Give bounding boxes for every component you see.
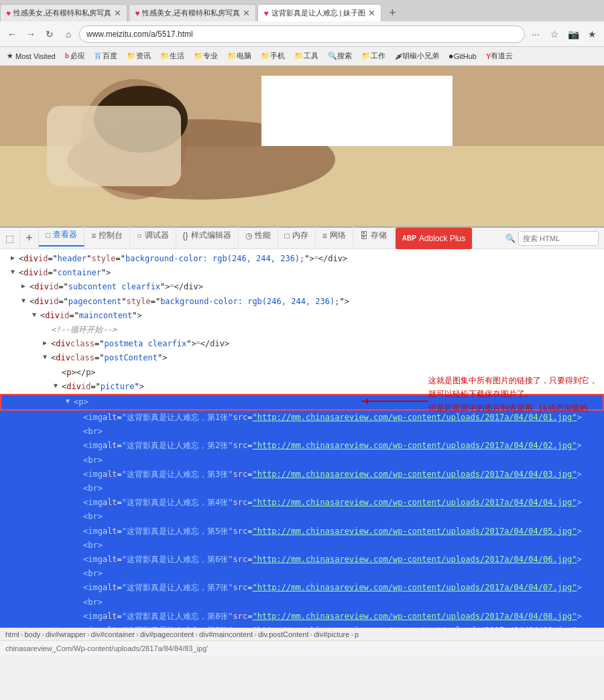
bookmark-github[interactable]: ● GitHub [444,50,481,62]
bookmark-pepper[interactable]: 🌶 胡椒小兄弟 [391,50,443,62]
bookmark-bidu[interactable]: b 必应 [61,50,89,62]
bookmark-tools[interactable]: 📁 工具 [290,50,322,62]
br-line-5: <br> [0,539,604,553]
tab-debugger[interactable]: ○ 调试器 [130,225,176,247]
img-line-2[interactable]: <img alt="这背影真是让人难忘，第2张" src="http://mm.… [0,439,604,453]
bookmark-news[interactable]: 📁 资讯 [123,50,155,62]
address-input[interactable] [79,25,525,43]
nav-back-button[interactable]: ← [4,26,20,42]
nav-refresh-button[interactable]: ↻ [42,26,58,42]
bookmark-work[interactable]: 📁 工作 [357,50,389,62]
baidu-label: 百度 [103,51,117,61]
bookmark-most-visited[interactable]: ★ Most Visited [3,50,60,62]
br-line-2: <br> [0,453,604,468]
triangle-postmeta[interactable] [43,338,51,348]
tab-memory[interactable]: □ 内存 [278,225,316,247]
memory-icon: □ [285,231,290,240]
tab-console[interactable]: ≡ 控制台 [84,225,130,247]
breadcrumb-item-postcontent[interactable]: div.postContent [258,630,309,638]
breadcrumb-item-html[interactable]: html [5,630,19,638]
bookmark-mobile[interactable]: 📁 手机 [257,50,289,62]
arrow-head [361,398,368,405]
memory-label: 内存 [292,230,308,241]
triangle-picture[interactable] [54,380,62,391]
triangle-p[interactable] [66,396,74,407]
tab-3-close[interactable]: ✕ [368,8,375,18]
breadcrumb-item-p[interactable]: p [355,630,359,638]
bookmark-pc[interactable]: 📁 电脑 [223,50,255,62]
triangle-pagecontent[interactable] [21,295,29,306]
tree-line-pagecontent[interactable]: <div id="pagecontent" style="background-… [0,295,604,309]
tab-style-editor[interactable]: {} 样式编辑器 [176,225,239,247]
breadcrumb-item-maincontent[interactable]: div#maincontent [199,630,253,638]
img-line-9[interactable]: <img alt="这背影真是让人难忘，第9张" src="http://mm.… [0,624,604,628]
tab-3[interactable]: ♥ 这背影真是让人难忘 | 妹子图 ✕ [257,4,381,21]
toolbar-dots[interactable]: ··· [528,26,544,42]
breadcrumb-item-body[interactable]: body [24,630,40,638]
inspector-icon: □ [46,230,50,240]
nav-forward-button[interactable]: → [23,26,39,42]
breadcrumb-sep-8: › [351,630,353,638]
work-icon: 📁 [361,52,371,60]
storage-label: 存储 [371,230,387,241]
tab-1-close[interactable]: ✕ [114,8,121,18]
bookmark-youdao[interactable]: Y 有道云 [482,50,517,62]
toolbar-screenshot[interactable]: 📷 [565,26,581,42]
html-search-input[interactable] [518,231,599,246]
breadcrumb-item-container[interactable]: div#container [91,630,135,638]
triangle-maincontent[interactable] [32,309,40,320]
img-line-4[interactable]: <img alt="这背影真是让人难忘，第4张" src="http://mm.… [0,496,604,510]
img-line-7[interactable]: <img alt="这背影真是让人难忘，第7张" src="http://mm.… [0,581,604,595]
tree-line-maincontent[interactable]: <div id="maincontent"> [0,309,604,323]
new-tab-button[interactable]: + [383,4,402,21]
annotation-callout: 这就是图集中所有图片的链接了，只要得到它， 就可以轻松下载保存图片了。 但是此页… [428,374,597,415]
triangle-subcontent[interactable] [21,281,29,291]
devtools-panel: ⬚ + □ 查看器 ≡ 控制台 ○ 调试器 {} 样式编辑器 ◷ 性能 [0,226,604,655]
selected-p-container: 这就是图集中所有图片的链接了，只要得到它， 就可以轻松下载保存图片了。 但是此页… [0,394,604,628]
tab-inspector[interactable]: □ 查看器 [39,225,84,247]
tree-line-container[interactable]: <div id="container"> [0,266,604,280]
tab-2[interactable]: ♥ 性感美女,还有模特和私房写真 ✕ [129,4,256,21]
tab-performance[interactable]: ◷ 性能 [239,225,278,247]
inspector-label: 查看器 [53,229,77,240]
bookmark-search[interactable]: 🔍 搜索 [324,50,356,62]
img-line-8[interactable]: <img alt="这背影真是让人难忘，第8张" src="http://mm.… [0,610,604,624]
breadcrumb-sep-2: › [42,630,44,638]
tree-line-postmeta[interactable]: <div class="postmeta clearfix">=</div> [0,337,604,351]
annotation-arrow-line [361,401,428,402]
network-label: 网络 [330,230,346,241]
tab-adblock[interactable]: ABP Adblock Plus [396,228,473,249]
pro-icon: 📁 [194,52,203,60]
svg-rect-6 [261,76,452,146]
img-line-5[interactable]: <img alt="这背影真是让人难忘，第5张" src="http://mm.… [0,524,604,539]
bookmark-life[interactable]: 📁 生活 [156,50,188,62]
devtools-inspect-icon[interactable]: ⬚ [0,228,20,249]
status-bar: chinasareview_Com/Wp-content/uploads/281… [0,640,604,655]
img-line-6[interactable]: <img alt="这背影真是让人难忘，第6张" src="http://mm.… [0,553,604,567]
tab-storage[interactable]: 🗄 存储 [353,225,394,247]
tab-bar: ♥ 性感美女,还有模特和私房写真 ✕ ♥ 性感美女,还有模特和私房写真 ✕ ♥ … [0,0,604,21]
breadcrumb-item-picture[interactable]: div#picture [314,630,349,638]
img-line-3[interactable]: <img alt="这背影真是让人难忘，第3张" src="http://mm.… [0,468,604,482]
tab-1-favicon: ♥ [6,9,11,18]
bidu-icon: b [65,52,69,60]
tree-line-postcontent[interactable]: <div class="postContent"> [0,351,604,365]
toolbar-star[interactable]: ★ [584,26,600,42]
tab-network[interactable]: ≡ 网络 [316,225,353,247]
tab-2-close[interactable]: ✕ [243,8,250,18]
triangle-header[interactable] [11,253,19,263]
devtools-add-button[interactable]: + [20,228,39,249]
bookmark-pro[interactable]: 📁 专业 [190,50,222,62]
search-label: 搜索 [337,51,352,61]
toolbar-bookmark[interactable]: ☆ [546,26,562,42]
nav-home-button[interactable]: ⌂ [60,26,76,42]
bookmark-baidu[interactable]: 百 百度 [90,50,121,62]
tab-1[interactable]: ♥ 性感美女,还有模特和私房写真 ✕ [0,4,127,21]
tree-line-header[interactable]: <div id="header" style="background-color… [0,252,604,266]
triangle-postcontent[interactable] [43,352,51,362]
tree-line-subcontent[interactable]: <div id="subcontent clearfix">=</div> [0,280,604,294]
breadcrumb-item-pagecontent[interactable]: div#pagecontent [140,630,194,638]
page-content-svg [0,66,604,226]
breadcrumb-item-wrapper[interactable]: div#wrapper [46,630,86,638]
triangle-container[interactable] [11,267,19,277]
